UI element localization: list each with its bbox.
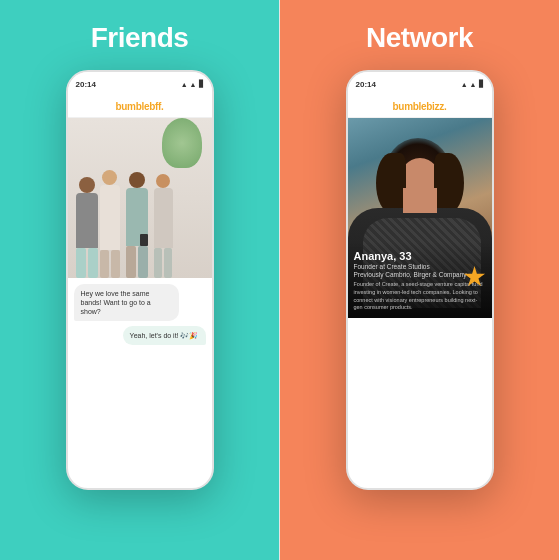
wifi-icon-2: ▲ bbox=[470, 81, 477, 88]
signal-icon-2: ▲ bbox=[461, 81, 468, 88]
friends-phone: 20:14 ▲ ▲ ▊ bumblebff. bbox=[66, 70, 214, 490]
leg-4a bbox=[154, 248, 162, 278]
woman-figure-1 bbox=[76, 177, 98, 278]
network-title: Network bbox=[366, 22, 473, 54]
profile-title: Founder at Create Studios bbox=[354, 263, 486, 270]
woman-figure-2 bbox=[100, 170, 120, 278]
wifi-icon: ▲ bbox=[190, 81, 197, 88]
bff-logo: bumblebff. bbox=[115, 101, 163, 112]
head-2 bbox=[102, 170, 117, 185]
woman-figure-4 bbox=[154, 174, 173, 278]
chat-area: Hey we love the same bands! Want to go t… bbox=[68, 278, 212, 351]
friends-photo bbox=[68, 118, 212, 278]
leg-1b bbox=[88, 248, 98, 278]
legs-1 bbox=[76, 248, 98, 278]
legs-2 bbox=[100, 250, 120, 278]
network-status-icons: ▲ ▲ ▊ bbox=[461, 80, 484, 88]
leg-2a bbox=[100, 250, 109, 278]
leg-3a bbox=[126, 246, 136, 278]
body-4 bbox=[154, 188, 173, 248]
head-4 bbox=[156, 174, 170, 188]
leg-3b bbox=[138, 246, 148, 278]
plant-decoration bbox=[162, 118, 202, 168]
network-status-bar: 20:14 ▲ ▲ ▊ bbox=[348, 72, 492, 96]
signal-icon: ▲ bbox=[181, 81, 188, 88]
friends-status-icons: ▲ ▲ ▊ bbox=[181, 80, 204, 88]
friends-status-bar: 20:14 ▲ ▲ ▊ bbox=[68, 72, 212, 96]
bizz-profile-overlay: Ananya, 33 Founder at Create Studios Pre… bbox=[348, 242, 492, 318]
bizz-logo: bumblebizz. bbox=[393, 101, 447, 112]
bff-app-header: bumblebff. bbox=[68, 96, 212, 118]
hair-left bbox=[376, 153, 406, 213]
leg-1a bbox=[76, 248, 86, 278]
legs-4 bbox=[154, 248, 172, 278]
legs-3 bbox=[126, 246, 148, 278]
network-time: 20:14 bbox=[356, 80, 376, 89]
profile-description: Founder of Create, a seed-stage venture … bbox=[354, 281, 486, 312]
friends-title: Friends bbox=[91, 22, 189, 54]
phone-prop bbox=[140, 234, 148, 246]
network-phone: 20:14 ▲ ▲ ▊ bumblebizz. bbox=[346, 70, 494, 490]
network-panel: Network 20:14 ▲ ▲ ▊ bumblebizz. bbox=[280, 0, 559, 560]
friends-panel: Friends 20:14 ▲ ▲ ▊ bumblebff. bbox=[0, 0, 279, 560]
body-2 bbox=[100, 185, 120, 250]
head-1 bbox=[79, 177, 95, 193]
body-1 bbox=[76, 193, 98, 248]
bizz-profile-image: Ananya, 33 Founder at Create Studios Pre… bbox=[348, 118, 492, 318]
women-scene bbox=[68, 118, 212, 278]
leg-2b bbox=[111, 250, 120, 278]
hair-right bbox=[434, 153, 464, 213]
received-bubble: Hey we love the same bands! Want to go t… bbox=[74, 284, 180, 321]
leg-4b bbox=[164, 248, 172, 278]
battery-icon: ▊ bbox=[199, 80, 204, 88]
friends-time: 20:14 bbox=[76, 80, 96, 89]
neck bbox=[403, 188, 437, 213]
battery-icon-2: ▊ bbox=[479, 80, 484, 88]
sent-bubble: Yeah, let's do it! 🎶🎉 bbox=[123, 326, 206, 345]
profile-name: Ananya, 33 bbox=[354, 250, 486, 262]
head-3 bbox=[129, 172, 145, 188]
woman-figure-3 bbox=[126, 172, 148, 278]
bizz-app-header: bumblebizz. bbox=[348, 96, 492, 118]
